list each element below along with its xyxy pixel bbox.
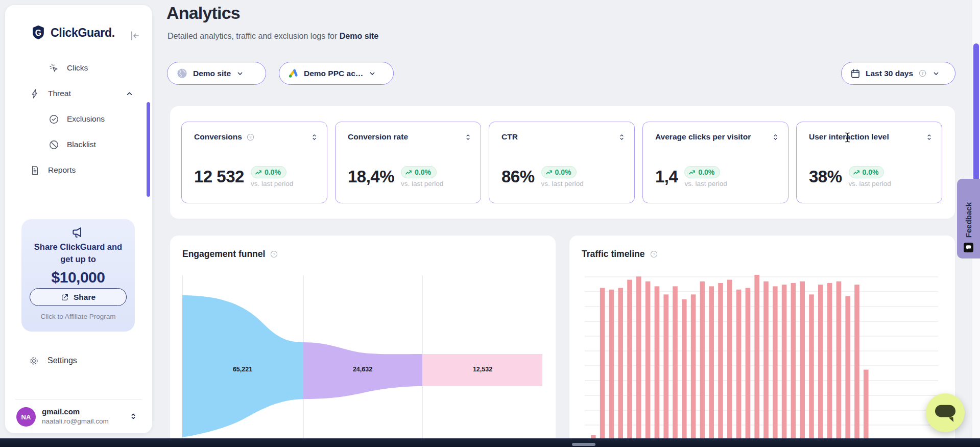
divider bbox=[15, 399, 142, 399]
sidebar-scroll-indicator[interactable] bbox=[147, 102, 150, 197]
help-icon[interactable]: ? bbox=[650, 250, 658, 258]
traffic-bar bbox=[673, 286, 678, 447]
ppc-account-label: Demo PPC ac… bbox=[304, 69, 363, 78]
site-selector-dropdown[interactable]: Demo site bbox=[167, 62, 266, 85]
trend-up-icon bbox=[689, 170, 696, 175]
kpi-value: 18,4% bbox=[348, 167, 394, 186]
affiliate-promo-card[interactable]: Share ClickGuard and get up to $10,000 S… bbox=[21, 219, 135, 332]
traffic-bar bbox=[773, 286, 778, 447]
trend-up-icon bbox=[255, 170, 262, 175]
traffic-bar bbox=[836, 281, 842, 447]
kpi-label: Average clicks per visitor bbox=[655, 132, 751, 142]
sidebar-item-threat[interactable]: Threat bbox=[15, 81, 144, 106]
sidebar-item-settings[interactable]: Settings bbox=[15, 349, 144, 372]
chat-widget-button[interactable] bbox=[926, 393, 965, 432]
collapse-sidebar-icon[interactable] bbox=[129, 30, 141, 42]
kpi-delta-value: 0.0% bbox=[265, 168, 281, 176]
date-range-dropdown[interactable]: Last 30 days ? bbox=[841, 62, 955, 85]
traffic-bar bbox=[636, 276, 641, 447]
svg-text:?: ? bbox=[273, 252, 276, 256]
google-ads-icon bbox=[288, 68, 299, 79]
metric-selector-icon[interactable] bbox=[464, 133, 472, 142]
chevron-down-icon bbox=[932, 69, 940, 78]
sidebar-item-label: Exclusions bbox=[67, 114, 105, 124]
settings-label: Settings bbox=[47, 356, 77, 365]
text-cursor-pointer bbox=[844, 132, 851, 143]
svg-text:?: ? bbox=[249, 135, 252, 139]
ppc-account-dropdown[interactable]: Demo PPC ac… bbox=[279, 62, 394, 85]
trend-up-icon bbox=[546, 170, 553, 175]
help-icon[interactable]: ? bbox=[918, 69, 927, 78]
page-title: Analytics bbox=[166, 3, 240, 23]
traffic-bar bbox=[800, 281, 805, 447]
traffic-bar bbox=[809, 294, 814, 447]
sidebar-item-reports[interactable]: Reports bbox=[15, 157, 144, 183]
clickguard-shield-icon: G bbox=[31, 25, 46, 41]
kpi-delta-badge: 0.0% bbox=[541, 166, 577, 178]
kpi-delta-value: 0.0% bbox=[555, 168, 571, 176]
kpi-delta-badge: 0.0% bbox=[401, 166, 437, 178]
traffic-bar bbox=[718, 283, 723, 447]
traffic-bar bbox=[763, 281, 769, 447]
svg-text:G: G bbox=[35, 29, 41, 37]
kpi-value: 12 532 bbox=[194, 167, 244, 186]
document-icon bbox=[30, 165, 40, 176]
gear-icon bbox=[29, 356, 39, 366]
chevron-up-icon[interactable] bbox=[125, 89, 134, 98]
metric-selector-icon[interactable] bbox=[925, 133, 934, 142]
trend-up-icon bbox=[405, 170, 412, 175]
kpi-card-average-clicks-per-visitor: Average clicks per visitor1,40.0%vs. las… bbox=[642, 122, 788, 203]
metric-selector-icon[interactable] bbox=[771, 133, 780, 142]
feedback-tab[interactable]: Feedback bbox=[957, 179, 980, 258]
share-button[interactable]: Share bbox=[30, 288, 127, 306]
sidebar-item-blacklist[interactable]: Blacklist bbox=[15, 132, 144, 157]
brand-logo: G ClickGuard. bbox=[31, 25, 115, 41]
kpi-panel: Conversions?12 5320.0%vs. last periodCon… bbox=[170, 106, 955, 219]
metric-selector-icon[interactable] bbox=[310, 133, 319, 142]
traffic-bar bbox=[663, 294, 668, 447]
kpi-compare-label: vs. last period bbox=[849, 180, 891, 187]
brand-name: ClickGuard. bbox=[51, 26, 115, 40]
click-cursor-icon bbox=[49, 63, 59, 74]
kpi-value: 38% bbox=[809, 167, 842, 186]
avatar: NA bbox=[16, 407, 36, 427]
funnel-value-label: 12,532 bbox=[473, 366, 492, 373]
select-chevrons-icon[interactable] bbox=[129, 411, 138, 421]
sidebar-item-clicks[interactable]: Clicks bbox=[15, 55, 144, 81]
trend-up-icon bbox=[853, 170, 860, 175]
sidebar-item-label: Blacklist bbox=[67, 140, 96, 149]
sidebar-item-label: Clicks bbox=[67, 63, 88, 73]
kpi-label: Conversion rate bbox=[348, 132, 408, 142]
traffic-bar bbox=[818, 285, 823, 447]
kpi-delta-value: 0.0% bbox=[863, 168, 879, 176]
traffic-bar bbox=[727, 280, 732, 447]
ban-icon bbox=[49, 139, 59, 150]
kpi-card-conversions: Conversions?12 5320.0%vs. last period bbox=[181, 122, 327, 203]
sidebar-item-exclusions[interactable]: Exclusions bbox=[15, 106, 144, 132]
kpi-card-conversion-rate: Conversion rate18,4%0.0%vs. last period bbox=[335, 122, 481, 203]
external-link-icon bbox=[61, 293, 69, 301]
traffic-bar bbox=[646, 281, 651, 447]
traffic-bar bbox=[791, 283, 796, 447]
metric-selector-icon[interactable] bbox=[617, 133, 626, 142]
help-icon[interactable]: ? bbox=[246, 133, 255, 142]
promo-amount: $10,000 bbox=[21, 269, 135, 286]
engagement-funnel-chart bbox=[170, 236, 556, 447]
feedback-app-icon bbox=[964, 243, 973, 252]
kpi-delta-value: 0.0% bbox=[415, 168, 431, 176]
date-range-label: Last 30 days bbox=[866, 69, 913, 78]
account-name: gmail.com bbox=[42, 407, 80, 416]
help-icon[interactable]: ? bbox=[270, 250, 278, 258]
traffic-bar bbox=[854, 285, 859, 447]
traffic-bar bbox=[655, 286, 660, 447]
traffic-title: Traffic timeline bbox=[582, 249, 645, 260]
kpi-card-user-interaction-level: User interaction level38%0.0%vs. last pe… bbox=[796, 122, 942, 203]
traffic-bar bbox=[600, 288, 605, 447]
globe-icon bbox=[176, 67, 188, 79]
traffic-bar bbox=[827, 283, 832, 447]
sidebar: G ClickGuard. ClicksThreatExclusionsBlac… bbox=[5, 5, 152, 433]
kpi-compare-label: vs. last period bbox=[684, 180, 727, 187]
account-switcher[interactable]: NA gmail.com naatali.ro@gmail.com bbox=[5, 402, 152, 432]
traffic-bar bbox=[691, 294, 696, 447]
kpi-delta-badge: 0.0% bbox=[849, 166, 885, 178]
